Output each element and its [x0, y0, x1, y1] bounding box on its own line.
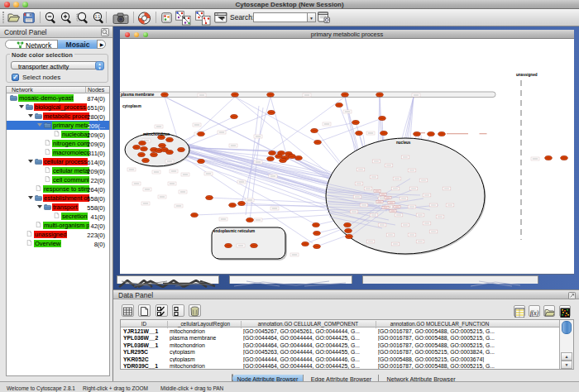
svg-text:unassigned: unassigned	[516, 73, 538, 77]
svg-text:endoplasmic reticulum: endoplasmic reticulum	[213, 229, 255, 233]
svg-text:f(x): f(x)	[530, 309, 539, 317]
svg-text:cytoplasm: cytoplasm	[122, 104, 141, 108]
svg-text:nucleus: nucleus	[396, 141, 411, 145]
svg-text:mitochondrion: mitochondrion	[143, 132, 170, 136]
svg-text:1:1: 1:1	[95, 15, 101, 19]
svg-text:plasma membrane: plasma membrane	[121, 93, 155, 97]
